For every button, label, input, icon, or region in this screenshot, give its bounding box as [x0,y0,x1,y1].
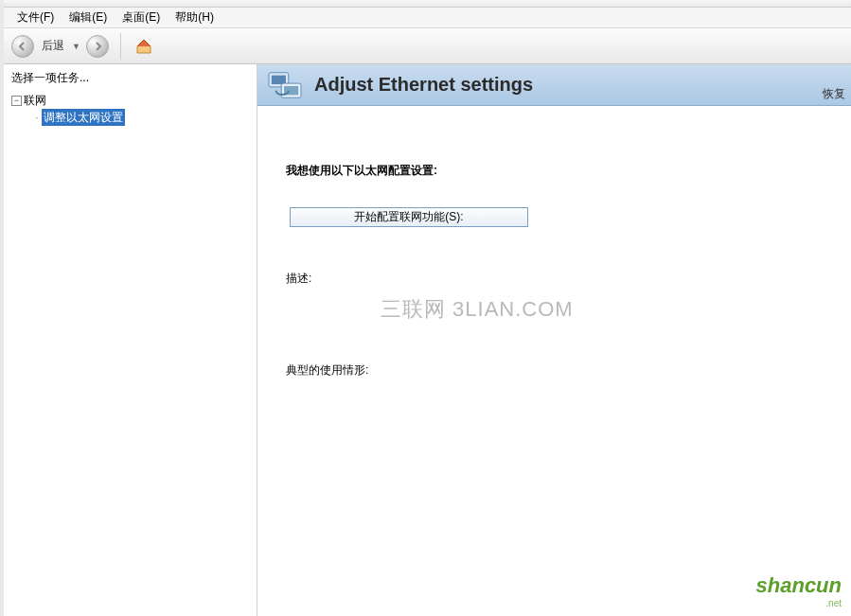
watermark-logo-text: shancun [756,573,842,597]
page-header: Adjust Ethernet settings 恢复 [257,64,851,106]
task-tree: − 联网 · 调整以太网设置 [4,90,257,126]
page-title: Adjust Ethernet settings [314,74,533,96]
ethernet-icon [267,69,303,101]
tree-root-label: 联网 [24,92,46,109]
content-area: Adjust Ethernet settings 恢复 我想使用以下以太网配置设… [257,64,851,616]
forward-button[interactable] [86,35,109,58]
toolbar: 后退 ▼ [4,28,851,64]
back-button[interactable] [11,35,34,58]
menubar: 文件(F) 编辑(E) 桌面(E) 帮助(H) [4,8,851,28]
arrow-left-icon [18,42,27,51]
chevron-down-icon[interactable]: ▼ [72,42,80,51]
start-config-button[interactable]: 开始配置联网功能(S): [290,207,528,227]
watermark-text: 三联网 3LIAN.COM [381,295,574,324]
watermark-logo-sub: .net [756,598,842,608]
description-label: 描述: [286,271,832,287]
watermark-logo: shancun .net [756,573,842,608]
restore-defaults-link[interactable]: 恢复 [823,86,845,102]
typical-usage-label: 典型的使用情形: [286,362,832,378]
menu-desktop[interactable]: 桌面(E) [116,8,166,27]
arrow-right-icon [93,42,102,51]
toolbar-separator [120,33,121,60]
home-button[interactable] [133,35,155,58]
config-section-label: 我想使用以下以太网配置设置: [286,163,832,179]
tree-root-networking[interactable]: − 联网 [11,92,257,109]
tree-child-label-selected: 调整以太网设置 [42,109,125,126]
menu-file[interactable]: 文件(F) [11,8,60,27]
back-label: 后退 [42,38,64,54]
tree-dotted-line: · [32,109,42,126]
home-icon [134,37,153,56]
menu-edit[interactable]: 编辑(E) [63,8,113,27]
main-layout: 选择一项任务... − 联网 · 调整以太网设置 Adjust Ethernet… [4,64,851,616]
menu-help[interactable]: 帮助(H) [169,8,220,27]
sidebar-title: 选择一项任务... [4,64,257,90]
tree-collapse-icon[interactable]: − [11,96,22,106]
tree-child-adjust-ethernet[interactable]: · 调整以太网设置 [32,109,257,126]
sidebar: 选择一项任务... − 联网 · 调整以太网设置 [4,64,257,616]
content-body: 我想使用以下以太网配置设置: 开始配置联网功能(S): 描述: 典型的使用情形:… [257,106,851,616]
titlebar [4,0,851,8]
